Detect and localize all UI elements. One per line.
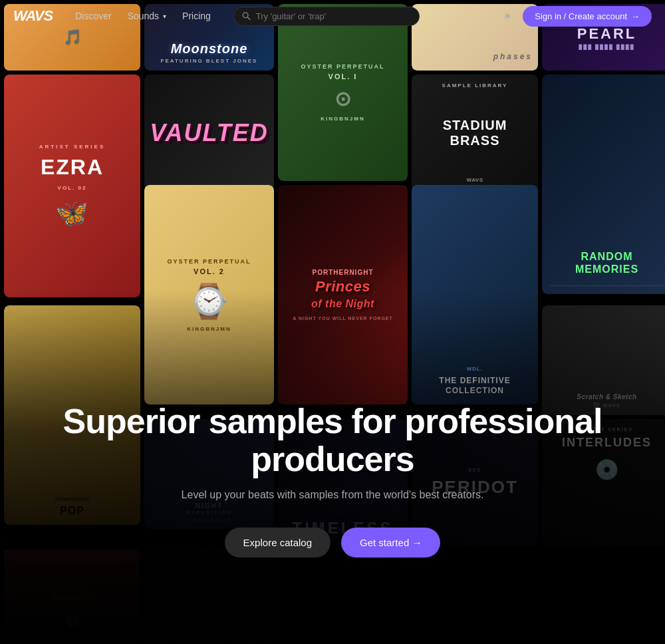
- hero-subtitle: Level up your beats with samples from th…: [13, 489, 652, 501]
- logo[interactable]: WAVS: [13, 7, 53, 25]
- svg-line-1: [247, 17, 250, 20]
- album-vaulted[interactable]: VAULTED: [144, 75, 274, 191]
- album-dark5[interactable]: · · ·: [144, 550, 274, 644]
- svg-point-0: [243, 13, 248, 18]
- nav-links: Discover Sounds Pricing: [68, 7, 217, 25]
- explore-catalog-button[interactable]: Explore catalog: [225, 528, 331, 558]
- album-ezra[interactable]: ARTIST SERIES EZRA VOL. 02 🦋: [4, 75, 140, 297]
- album-scratchy[interactable]: Scratch & Sketch ⬛ WAVS: [542, 305, 665, 415]
- theme-toggle-icon[interactable]: [500, 7, 515, 25]
- nav-discover[interactable]: Discover: [68, 7, 118, 25]
- nav-sounds[interactable]: Sounds: [121, 7, 173, 25]
- hero-section: Superior samples for professional produc…: [0, 402, 665, 558]
- album-random[interactable]: RANDOMMEMORIES: [542, 75, 665, 294]
- album-margarita[interactable]: Margarita ⊗: [4, 550, 140, 644]
- signin-button[interactable]: Sign in / Create account →: [523, 6, 652, 27]
- hero-title: Superior samples for professional produc…: [13, 402, 652, 478]
- nav-right: Sign in / Create account →: [500, 6, 652, 27]
- search-icon: [242, 11, 251, 21]
- search-input[interactable]: [256, 11, 411, 21]
- search-box: [233, 7, 420, 26]
- album-definitive[interactable]: MDL. THE DEFINITIVECOLLECTION: [412, 185, 538, 404]
- nav-pricing[interactable]: Pricing: [176, 7, 217, 25]
- album-stadium[interactable]: SAMPLE LIBRARY STADIUM BRASS WAVS: [412, 75, 538, 191]
- arrow-icon: →: [631, 11, 640, 21]
- get-started-button[interactable]: Get started →: [341, 528, 440, 558]
- album-princes[interactable]: PORTHERNIGHT Princesof the Night A NIGHT…: [278, 185, 408, 404]
- hero-buttons: Explore catalog Get started →: [13, 528, 652, 558]
- navbar: WAVS Discover Sounds Pricing Sign in / C…: [0, 0, 665, 32]
- album-oyster2[interactable]: OYSTER PERPETUAL VOL. 2 ⌚ KINGBNJMN: [144, 185, 274, 404]
